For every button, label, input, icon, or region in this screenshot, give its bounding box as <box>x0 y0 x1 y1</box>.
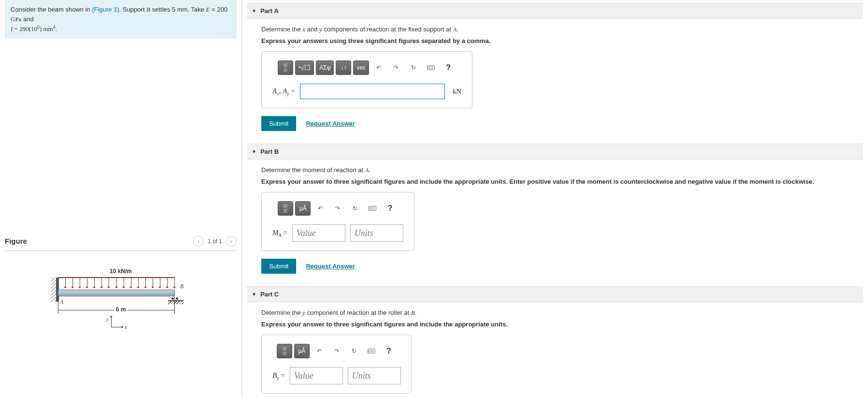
vec-button[interactable]: vec <box>353 60 369 75</box>
point-a-label: A <box>60 298 63 306</box>
keyboard-icon <box>427 65 435 70</box>
undo-button[interactable]: ↶ <box>313 201 328 216</box>
keyboard-button[interactable] <box>423 60 439 75</box>
part-c-title: Part C <box>260 291 279 298</box>
figure-area: 10 kN/m A B 6 m y <box>5 251 237 353</box>
part-a-lhs: Ax, Ay = <box>272 87 295 96</box>
subsup-button[interactable]: ↓↑ <box>336 60 351 75</box>
templates-button[interactable] <box>278 60 293 75</box>
part-a-submit-button[interactable]: Submit <box>261 116 296 131</box>
part-b-submit-button[interactable]: Submit <box>261 259 296 274</box>
part-a-unit: kN <box>450 88 461 96</box>
greek-button[interactable]: ΑΣφ <box>316 60 334 75</box>
part-b-request-answer-link[interactable]: Request Answer <box>306 263 355 270</box>
part-a-input[interactable] <box>300 84 445 99</box>
caret-down-icon: ▼ <box>252 149 256 154</box>
redo-button[interactable]: ↷ <box>330 201 345 216</box>
part-a-answer-frame: ⁿ√☐ ΑΣφ ↓↑ vec ↶ ↷ ↻ ? Ax, Ay = kN <box>261 51 472 108</box>
part-b-value-input[interactable] <box>292 224 345 242</box>
problem-statement: Consider the beam shown in (Figure 1). S… <box>5 0 237 39</box>
templates-button[interactable] <box>277 344 292 358</box>
part-c-units-input[interactable] <box>348 367 401 384</box>
figure-prev-button[interactable]: ‹ <box>193 236 204 247</box>
caret-down-icon: ▼ <box>252 292 256 297</box>
keyboard-button[interactable] <box>365 201 380 216</box>
figure-counter: 1 of 1 <box>208 238 222 245</box>
span-label: 6 m <box>114 306 128 313</box>
sqrt-button[interactable]: ⁿ√☐ <box>295 60 314 75</box>
keyboard-icon <box>369 206 376 211</box>
caret-down-icon: ▼ <box>252 8 256 14</box>
redo-button[interactable]: ↷ <box>329 344 344 358</box>
part-b-header[interactable]: ▼ Part B <box>247 144 863 160</box>
units-button[interactable]: μÅ <box>294 344 310 358</box>
part-c-value-input[interactable] <box>290 367 343 384</box>
redo-button[interactable]: ↷ <box>388 60 404 75</box>
units-button[interactable]: μÅ <box>295 201 311 216</box>
load-label: 10 kN/m <box>110 268 132 275</box>
figure-link[interactable]: (Figure 1) <box>92 6 119 13</box>
part-b-units-input[interactable] <box>350 224 403 242</box>
point-b-label: B <box>180 283 184 290</box>
reset-button[interactable]: ↻ <box>347 201 363 216</box>
figure-next-button[interactable]: › <box>226 236 237 247</box>
help-button[interactable]: ? <box>441 60 456 75</box>
help-button[interactable]: ? <box>382 201 398 216</box>
part-b-title: Part B <box>260 148 279 155</box>
part-c-instruction: Determine the y component of reaction at… <box>261 309 858 317</box>
undo-button[interactable]: ↶ <box>371 60 386 75</box>
part-b-lhs: MA = <box>272 229 287 238</box>
part-a-instruction: Determine the x and y components of reac… <box>261 26 858 33</box>
part-b-instruction: Determine the moment of reaction at A. <box>261 166 858 174</box>
reset-button[interactable]: ↻ <box>406 60 421 75</box>
part-b-format: Express your answer to three significant… <box>261 178 858 185</box>
part-c-answer-frame: μÅ ↶ ↷ ↻ ? By = <box>261 335 412 394</box>
part-a-format: Express your answers using three signifi… <box>261 37 858 44</box>
figure-header: Figure ‹ 1 of 1 › <box>5 232 237 251</box>
part-c-format: Express your answer to three significant… <box>261 321 858 328</box>
figure-title: Figure <box>5 237 27 245</box>
part-a-request-answer-link[interactable]: Request Answer <box>306 120 355 127</box>
keyboard-icon <box>368 349 375 353</box>
part-a-title: Part A <box>260 7 279 15</box>
undo-button[interactable]: ↶ <box>312 344 327 358</box>
keyboard-button[interactable] <box>364 344 379 358</box>
part-c-lhs: By = <box>272 371 285 381</box>
part-c-header[interactable]: ▼ Part C <box>247 286 863 302</box>
problem-text: Consider the beam shown in <box>11 6 92 13</box>
beam-diagram: 10 kN/m A B 6 m y <box>58 265 184 338</box>
templates-button[interactable] <box>278 201 293 216</box>
reset-button[interactable]: ↻ <box>346 344 362 358</box>
part-a-header[interactable]: ▼ Part A <box>247 3 863 19</box>
part-b-answer-frame: μÅ ↶ ↷ ↻ ? MA = <box>261 192 414 251</box>
help-button[interactable]: ? <box>381 344 397 358</box>
